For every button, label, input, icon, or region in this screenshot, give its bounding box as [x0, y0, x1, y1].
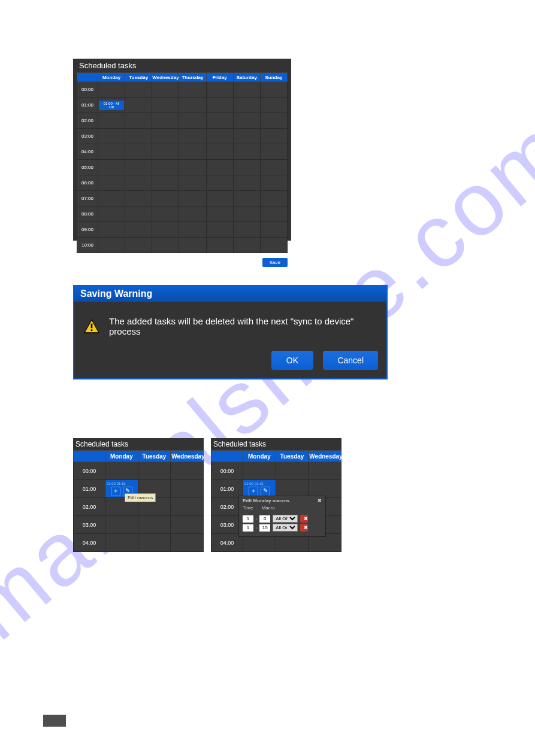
schedule-cell[interactable] [125, 238, 152, 253]
schedule-cell[interactable] [260, 82, 287, 98]
schedule-cell[interactable] [125, 98, 152, 113]
schedule-cell[interactable] [152, 129, 179, 144]
close-icon[interactable]: ✖ [318, 498, 322, 503]
schedule-cell[interactable] [125, 175, 152, 191]
schedule-cell[interactable] [152, 238, 179, 253]
schedule-cell[interactable] [206, 144, 233, 160]
schedule-cell[interactable] [276, 480, 309, 498]
schedule-cell[interactable] [260, 207, 287, 222]
schedule-cell[interactable] [171, 534, 204, 552]
schedule-cell[interactable] [98, 238, 125, 253]
schedule-cell[interactable]: 01:00 - All Off [98, 98, 125, 113]
add-task-icon[interactable]: ＋ [111, 487, 120, 496]
schedule-cell[interactable] [105, 516, 138, 534]
schedule-cell[interactable] [98, 175, 125, 191]
schedule-cell[interactable] [98, 144, 125, 160]
schedule-cell[interactable] [138, 516, 171, 534]
schedule-cell[interactable] [98, 207, 125, 222]
schedule-cell[interactable] [260, 191, 287, 207]
schedule-cell[interactable] [125, 222, 152, 238]
schedule-cell[interactable] [260, 160, 287, 175]
schedule-cell[interactable] [138, 534, 171, 552]
schedule-cell[interactable] [179, 191, 206, 207]
schedule-cell[interactable] [125, 82, 152, 98]
schedule-cell[interactable] [233, 222, 260, 238]
schedule-cell[interactable] [125, 129, 152, 144]
save-button[interactable]: Save [262, 258, 288, 267]
schedule-cell[interactable] [152, 113, 179, 129]
schedule-cell[interactable] [233, 238, 260, 253]
schedule-cell[interactable] [179, 175, 206, 191]
schedule-cell[interactable] [179, 129, 206, 144]
schedule-cell[interactable] [206, 238, 233, 253]
delete-row-icon[interactable]: ✖ [300, 515, 308, 523]
schedule-cell[interactable] [152, 82, 179, 98]
schedule-cell[interactable] [179, 207, 206, 222]
schedule-cell[interactable] [98, 113, 125, 129]
schedule-cell[interactable] [206, 98, 233, 113]
schedule-cell[interactable] [171, 498, 204, 516]
schedule-cell[interactable] [125, 160, 152, 175]
schedule-cell[interactable] [98, 129, 125, 144]
hour-input[interactable] [243, 524, 253, 532]
schedule-cell[interactable] [125, 144, 152, 160]
schedule-cell[interactable] [233, 82, 260, 98]
schedule-cell[interactable] [206, 191, 233, 207]
schedule-cell[interactable] [206, 222, 233, 238]
macro-select[interactable]: All On [273, 524, 298, 532]
schedule-cell[interactable] [179, 98, 206, 113]
schedule-cell[interactable] [309, 462, 341, 480]
schedule-cell[interactable] [171, 480, 204, 498]
schedule-cell[interactable] [206, 113, 233, 129]
schedule-cell[interactable] [233, 160, 260, 175]
schedule-cell[interactable] [179, 113, 206, 129]
hour-input[interactable] [243, 515, 253, 523]
schedule-cell[interactable] [125, 191, 152, 207]
ok-button[interactable]: OK [271, 351, 313, 370]
schedule-cell[interactable] [152, 207, 179, 222]
schedule-cell[interactable] [276, 462, 309, 480]
schedule-cell[interactable] [233, 175, 260, 191]
schedule-cell[interactable] [179, 222, 206, 238]
macro-select[interactable]: All Off [273, 515, 298, 523]
schedule-cell[interactable] [105, 462, 138, 480]
schedule-cell[interactable] [206, 207, 233, 222]
schedule-cell[interactable] [98, 82, 125, 98]
schedule-cell[interactable] [98, 222, 125, 238]
schedule-cell[interactable] [206, 82, 233, 98]
schedule-cell[interactable] [233, 144, 260, 160]
minute-input[interactable] [259, 515, 270, 523]
schedule-cell[interactable] [138, 462, 171, 480]
schedule-cell[interactable] [260, 113, 287, 129]
schedule-cell[interactable] [260, 129, 287, 144]
schedule-cell[interactable] [179, 144, 206, 160]
schedule-cell[interactable] [152, 175, 179, 191]
schedule-cell[interactable] [233, 98, 260, 113]
schedule-cell[interactable] [260, 98, 287, 113]
schedule-cell[interactable] [171, 462, 204, 480]
schedule-cell[interactable] [233, 129, 260, 144]
schedule-cell[interactable] [152, 160, 179, 175]
schedule-cell[interactable] [171, 516, 204, 534]
add-task-icon[interactable]: ＋ [249, 487, 258, 496]
schedule-cell[interactable] [206, 129, 233, 144]
schedule-cell[interactable] [179, 238, 206, 253]
schedule-cell[interactable] [125, 113, 152, 129]
schedule-cell[interactable] [98, 191, 125, 207]
schedule-cell[interactable] [206, 160, 233, 175]
schedule-cell[interactable] [152, 191, 179, 207]
schedule-cell[interactable] [260, 175, 287, 191]
schedule-cell[interactable] [233, 207, 260, 222]
schedule-cell[interactable] [309, 480, 341, 498]
schedule-cell[interactable] [179, 82, 206, 98]
schedule-cell[interactable] [233, 113, 260, 129]
task-cell-active[interactable]: 01:00 01:15 ＋ ✎ [243, 480, 276, 498]
schedule-cell[interactable] [125, 207, 152, 222]
schedule-cell[interactable] [260, 238, 287, 253]
schedule-cell[interactable] [152, 144, 179, 160]
schedule-cell[interactable] [98, 160, 125, 175]
schedule-cell[interactable] [105, 534, 138, 552]
schedule-cell[interactable] [206, 175, 233, 191]
schedule-cell[interactable] [260, 222, 287, 238]
schedule-cell[interactable] [152, 98, 179, 113]
